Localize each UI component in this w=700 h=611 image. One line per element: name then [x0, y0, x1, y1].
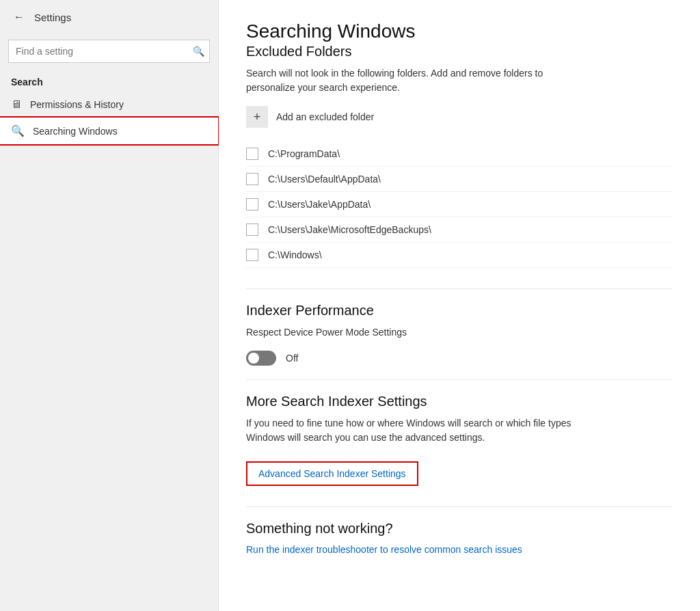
toggle-track [246, 351, 276, 366]
power-mode-toggle[interactable] [246, 351, 276, 366]
not-working-title: Something not working? [246, 521, 673, 537]
sidebar-title: Settings [34, 12, 71, 23]
add-excluded-folder-button[interactable]: + Add an excluded folder [246, 106, 374, 128]
folder-path-2: C:\Users\Jake\AppData\ [268, 199, 371, 210]
sidebar-item-permissions[interactable]: 🖥 Permissions & History [0, 92, 218, 118]
magnify-icon: 🔍 [193, 46, 204, 57]
folder-path-0: C:\ProgramData\ [268, 148, 340, 159]
divider-3 [246, 506, 673, 507]
folder-checkbox-4[interactable] [246, 249, 258, 261]
add-folder-label: Add an excluded folder [276, 111, 374, 122]
folder-item-4[interactable]: C:\Windows\ [246, 243, 673, 268]
divider-2 [246, 379, 673, 380]
folder-item-3[interactable]: C:\Users\Jake\MicrosoftEdgeBackups\ [246, 217, 673, 243]
sidebar: ← Settings 🔍 Search 🖥 Permissions & Hist… [0, 0, 219, 611]
folder-path-1: C:\Users\Default\AppData\ [268, 174, 381, 185]
sidebar-item-permissions-label: Permissions & History [30, 99, 124, 110]
toggle-state-label: Off [286, 353, 298, 364]
toggle-row: Off [246, 351, 673, 366]
excluded-folder-list: C:\ProgramData\ C:\Users\Default\AppData… [246, 141, 673, 268]
back-arrow-icon: ← [14, 11, 25, 23]
folder-path-4: C:\Windows\ [268, 249, 322, 260]
sidebar-item-searching-windows-label: Searching Windows [33, 126, 118, 137]
plus-icon: + [254, 110, 261, 124]
folder-item-1[interactable]: C:\Users\Default\AppData\ [246, 167, 673, 192]
back-button[interactable]: ← [11, 8, 27, 26]
page-title: Searching Windows [246, 21, 673, 42]
search-box-container: 🔍 [8, 40, 210, 63]
folder-checkbox-1[interactable] [246, 173, 258, 185]
sidebar-header: ← Settings [0, 0, 218, 34]
folder-checkbox-3[interactable] [246, 223, 258, 236]
divider-1 [246, 288, 673, 289]
search-submit-button[interactable]: 🔍 [193, 46, 204, 57]
folder-path-3: C:\Users\Jake\MicrosoftEdgeBackups\ [268, 224, 431, 235]
sidebar-item-searching-windows[interactable]: 🔍 Searching Windows [0, 118, 218, 144]
troubleshooter-label: Run the indexer troubleshooter to resolv… [246, 544, 522, 555]
advanced-indexer-settings-button[interactable]: Advanced Search Indexer Settings [246, 461, 418, 486]
excluded-folders-description: Search will not look in the following fo… [246, 66, 588, 95]
folder-checkbox-2[interactable] [246, 198, 258, 211]
indexer-performance-title: Indexer Performance [246, 303, 673, 318]
monitor-icon: 🖥 [11, 98, 22, 111]
search-nav-icon: 🔍 [11, 124, 25, 137]
toggle-thumb [248, 353, 259, 364]
main-content: Searching Windows Excluded Folders Searc… [219, 0, 700, 611]
excluded-folders-title: Excluded Folders [246, 44, 673, 59]
advanced-indexer-settings-label: Advanced Search Indexer Settings [258, 468, 406, 479]
search-input[interactable] [8, 40, 210, 63]
more-indexer-description: If you need to fine tune how or where Wi… [246, 416, 588, 445]
add-icon-box: + [246, 106, 268, 128]
troubleshooter-link[interactable]: Run the indexer troubleshooter to resolv… [246, 544, 522, 555]
folder-item-0[interactable]: C:\ProgramData\ [246, 141, 673, 167]
folder-item-2[interactable]: C:\Users\Jake\AppData\ [246, 192, 673, 217]
more-indexer-title: More Search Indexer Settings [246, 394, 673, 409]
power-mode-description: Respect Device Power Mode Settings [246, 325, 588, 340]
folder-checkbox-0[interactable] [246, 148, 258, 160]
nav-section-label: Search [0, 71, 218, 92]
